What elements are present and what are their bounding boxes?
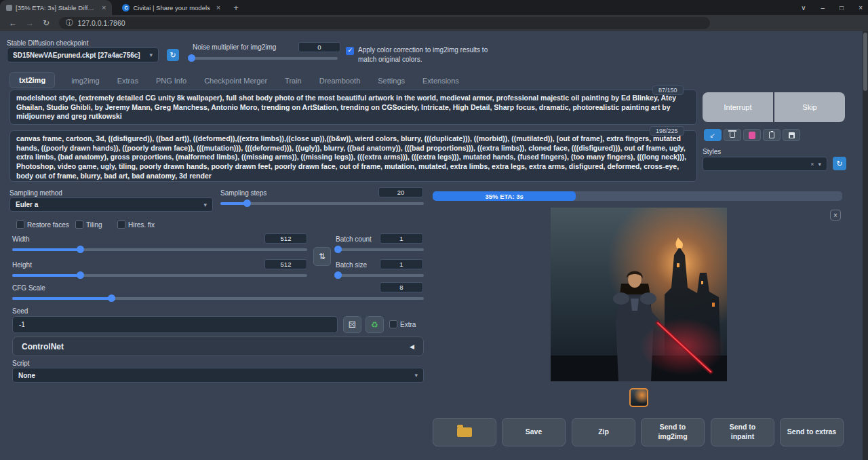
noise-multiplier-label: Noise multiplier for img2img: [193, 43, 276, 51]
batch-count-slider[interactable]: [336, 248, 424, 251]
random-seed-dice-button[interactable]: ⚄: [343, 316, 361, 333]
width-slider[interactable]: [12, 248, 307, 251]
gallery-thumbnail-selected[interactable]: [629, 388, 648, 407]
slider-handle[interactable]: [77, 246, 84, 253]
extra-networks-button[interactable]: [743, 129, 761, 141]
tab-png-info[interactable]: PNG Info: [155, 73, 188, 88]
back-button[interactable]: ←: [9, 18, 17, 28]
batch-size-label: Batch size: [336, 261, 367, 269]
script-value: None: [18, 372, 410, 379]
slider-handle[interactable]: [243, 199, 251, 207]
address-bar[interactable]: ⓘ 127.0.0.1:7860: [59, 17, 710, 29]
paste-generation-params-button[interactable]: ↙: [704, 129, 722, 141]
slider-fill: [12, 297, 111, 300]
batch-size-value[interactable]: 1: [380, 259, 423, 269]
batch-size-slider[interactable]: [336, 274, 424, 277]
forward-button[interactable]: →: [26, 18, 34, 28]
browser-tab-civitai[interactable]: C Civitai | Share your models ×: [116, 0, 226, 15]
width-label: Width: [12, 235, 30, 243]
new-tab-button[interactable]: +: [233, 3, 239, 13]
progress-bar: 35% ETA: 3s: [433, 191, 842, 201]
styles-label: Styles: [703, 148, 721, 155]
extra-seed-label: Extra: [400, 321, 416, 328]
folder-icon: [457, 427, 472, 437]
tab-img2img[interactable]: img2img: [70, 73, 101, 88]
clear-x-icon[interactable]: ×: [810, 161, 814, 168]
swap-width-height-button[interactable]: ⇅: [313, 247, 331, 266]
sampling-method-dropdown[interactable]: Euler a ▾: [9, 197, 213, 212]
checkpoint-dropdown[interactable]: SD15NewVAEpruned.ckpt [27a4ac756c] ▾: [7, 47, 159, 62]
send-to-inpaint-button[interactable]: Send to inpaint: [711, 418, 774, 446]
clear-prompt-button[interactable]: [724, 129, 741, 141]
civitai-favicon: C: [122, 4, 130, 12]
tab-close-icon[interactable]: ×: [216, 3, 220, 12]
cfg-scale-slider[interactable]: [12, 297, 424, 300]
progress-fill: 35% ETA: 3s: [433, 191, 576, 201]
seed-input[interactable]: [12, 316, 338, 333]
tab-train[interactable]: Train: [283, 73, 303, 88]
sampling-steps-slider[interactable]: [220, 202, 424, 205]
slider-handle[interactable]: [188, 54, 195, 62]
tab-checkpoint-merger[interactable]: Checkpoint Merger: [203, 73, 269, 88]
scrollbar-thumb[interactable]: [863, 33, 867, 91]
hires-fix-checkbox[interactable]: [117, 221, 125, 229]
checkpoint-value: SD15NewVAEpruned.ckpt [27a4ac756c]: [13, 52, 145, 59]
browser-tab-stable-diffusion[interactable]: [35% ETA: 3s] Stable Diffusion ×: [0, 0, 112, 15]
restore-faces-checkbox[interactable]: [16, 221, 24, 229]
tab-txt2img[interactable]: txt2img: [9, 72, 55, 88]
browser-scrollbar[interactable]: [863, 31, 868, 460]
height-slider[interactable]: [12, 274, 307, 277]
generate-controls: Interrupt Skip: [703, 92, 845, 122]
tiling-checkbox[interactable]: [75, 221, 83, 229]
batch-count-value[interactable]: 1: [380, 233, 423, 244]
width-value[interactable]: 512: [264, 233, 307, 244]
tab-dreambooth[interactable]: Dreambooth: [318, 73, 362, 88]
save-style-button[interactable]: [783, 129, 800, 141]
slider-handle[interactable]: [334, 246, 342, 253]
window-chevron-icon[interactable]: ∨: [801, 4, 806, 12]
send-to-extras-button[interactable]: Send to extras: [780, 418, 844, 446]
refresh-checkpoint-button[interactable]: ↻: [167, 49, 179, 61]
window-maximize-icon[interactable]: □: [840, 4, 844, 12]
negative-prompt-input[interactable]: canvas frame, cartoon, 3d, ((disfigured)…: [9, 130, 697, 182]
slider-handle[interactable]: [334, 271, 342, 279]
script-dropdown[interactable]: None ▾: [12, 368, 424, 383]
reload-button[interactable]: ↻: [43, 18, 50, 28]
generated-image-preview[interactable]: [551, 208, 727, 381]
window-close-icon[interactable]: ×: [859, 4, 863, 12]
window-minimize-icon[interactable]: –: [821, 4, 825, 12]
zip-button[interactable]: Zip: [572, 418, 635, 446]
browser-navbar: ← → ↻ ⓘ 127.0.0.1:7860 ↗ ☆ ▦ ▤ ◧ ⋮: [0, 15, 868, 31]
color-correction-checkbox[interactable]: [346, 47, 354, 55]
reuse-seed-recycle-button[interactable]: ♻: [366, 316, 384, 333]
site-info-icon[interactable]: ⓘ: [66, 18, 73, 28]
height-value[interactable]: 512: [264, 259, 307, 269]
tab-extensions[interactable]: Extensions: [421, 73, 460, 88]
extra-seed-checkbox[interactable]: [389, 320, 397, 328]
save-button[interactable]: Save: [502, 418, 566, 446]
hires-fix-label: Hires. fix: [128, 221, 155, 229]
skip-button[interactable]: Skip: [774, 92, 845, 122]
open-output-folder-button[interactable]: [433, 418, 496, 446]
progress-text: 35% ETA: 3s: [486, 193, 524, 200]
tab-close-icon[interactable]: ×: [102, 3, 106, 12]
cfg-scale-value[interactable]: 8: [380, 282, 423, 292]
tab-settings[interactable]: Settings: [376, 73, 406, 88]
send-to-img2img-button[interactable]: Send to img2img: [641, 418, 705, 446]
prompt-input[interactable]: modelshoot style, (extremely detailed CG…: [9, 90, 697, 125]
slider-handle[interactable]: [108, 294, 115, 302]
controlnet-accordion[interactable]: ControlNet ◀: [12, 337, 424, 356]
gallery-close-button[interactable]: ×: [830, 210, 841, 221]
interrupt-button[interactable]: Interrupt: [703, 92, 773, 122]
noise-multiplier-value[interactable]: 0: [298, 42, 340, 52]
sampling-steps-value[interactable]: 20: [378, 187, 423, 197]
card-icon: [749, 132, 755, 139]
gallery-image-frame: [551, 208, 727, 381]
apply-style-button[interactable]: [763, 129, 781, 141]
noise-multiplier-slider[interactable]: [190, 57, 338, 60]
tab-extras[interactable]: Extras: [116, 73, 140, 88]
styles-dropdown[interactable]: × ▾: [703, 157, 827, 171]
chevron-down-icon: ▾: [149, 52, 153, 58]
slider-handle[interactable]: [77, 271, 84, 279]
refresh-styles-button[interactable]: ↻: [833, 157, 846, 170]
